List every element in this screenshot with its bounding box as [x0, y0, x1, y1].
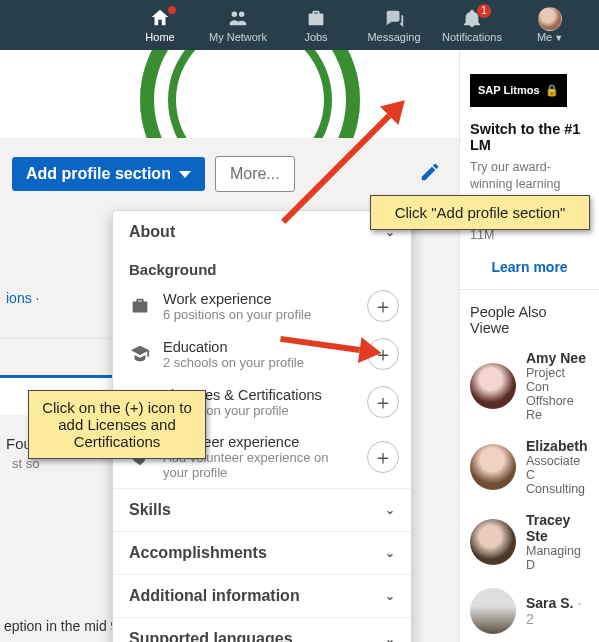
dd-additional[interactable]: Additional information ⌄	[113, 574, 411, 617]
add-profile-section-button[interactable]: Add profile section	[12, 157, 205, 191]
dd-about-label: About	[129, 223, 175, 241]
dd-skills-label: Skills	[129, 501, 171, 519]
chevron-down-icon: ⌄	[385, 546, 395, 560]
person-card[interactable]: Tracey Ste Managing D	[460, 504, 599, 580]
person-avatar	[470, 444, 516, 490]
person-name: Amy Nee	[526, 350, 589, 366]
profile-actions-row: Add profile section More...	[0, 138, 459, 202]
messaging-icon	[383, 7, 405, 31]
lock-icon: 🔒	[542, 84, 559, 96]
certified-seal-graphic: www.ema	[140, 50, 360, 138]
plus-icon: ＋	[373, 444, 393, 471]
dd-accomplishments-label: Accomplishments	[129, 544, 267, 562]
dd-accomplishments[interactable]: Accomplishments ⌄	[113, 531, 411, 574]
people-also-viewed-heading: People Also Viewe	[460, 290, 599, 342]
nav-me[interactable]: Me▼	[511, 0, 589, 50]
add-profile-section-label: Add profile section	[26, 165, 171, 183]
add-volunteer-button[interactable]: ＋	[367, 441, 399, 473]
nav-messaging[interactable]: Messaging	[355, 0, 433, 50]
person-name: Elizabeth	[526, 438, 589, 454]
add-licenses-button[interactable]: ＋	[367, 386, 399, 418]
dd-additional-label: Additional information	[129, 587, 300, 605]
person-avatar	[470, 519, 516, 565]
right-rail: SAP Litmos 🔒 Switch to the #1 LM Try our…	[459, 50, 599, 642]
education-icon	[129, 343, 151, 365]
dd-languages[interactable]: Supported languages ⌄	[113, 617, 411, 642]
person-subtitle: Associate C Consulting	[526, 454, 589, 496]
chevron-down-icon: ⌄	[385, 632, 395, 642]
person-subtitle: Project Con Offshore Re	[526, 366, 589, 422]
nav-notifications[interactable]: 1 Notifications	[433, 0, 511, 50]
dd-about[interactable]: About ⌄	[113, 211, 411, 253]
add-work-experience-button[interactable]: ＋	[367, 290, 399, 322]
nav-jobs[interactable]: Jobs	[277, 0, 355, 50]
cutoff-link[interactable]: ions ·	[0, 280, 112, 316]
notifications-badge: 1	[477, 4, 491, 18]
nav-network-label: My Network	[209, 31, 267, 43]
edit-profile-button[interactable]	[413, 157, 447, 191]
nav-network[interactable]: My Network	[199, 0, 277, 50]
promo-title: Switch to the #1 LM	[470, 121, 589, 153]
promo-learn-more-link[interactable]: Learn more	[470, 259, 589, 275]
more-button[interactable]: More...	[215, 156, 295, 192]
dd-item-work-experience: Work experience 6 positions on your prof…	[113, 282, 411, 330]
top-nav: Home My Network Jobs Messaging	[0, 0, 599, 50]
nav-home[interactable]: Home	[121, 0, 199, 50]
home-badge-dot	[168, 6, 176, 14]
pencil-icon	[419, 169, 441, 186]
dd-skills[interactable]: Skills ⌄	[113, 488, 411, 531]
person-subtitle: Managing D	[526, 544, 589, 572]
person-card[interactable]: Sara S. · 2	[460, 580, 599, 642]
nav-messaging-label: Messaging	[367, 31, 420, 43]
chevron-down-icon: ⌄	[385, 589, 395, 603]
dd-item-sub: 6 positions on your profile	[163, 307, 355, 322]
nav-home-label: Home	[145, 31, 174, 43]
dd-item-title: Work experience	[163, 291, 355, 307]
avatar	[538, 7, 562, 31]
chevron-down-icon: ⌄	[385, 503, 395, 517]
person-avatar	[470, 363, 516, 409]
promo-brand-logo: SAP Litmos 🔒	[470, 74, 567, 107]
promo-card: SAP Litmos 🔒 Switch to the #1 LM Try our…	[460, 50, 599, 290]
dd-languages-label: Supported languages	[129, 630, 293, 642]
person-name: Sara S. · 2	[526, 595, 589, 627]
chevron-down-icon: ▼	[554, 33, 563, 43]
nav-me-label: Me▼	[537, 31, 563, 43]
plus-icon: ＋	[373, 389, 393, 416]
person-name: Tracey Ste	[526, 512, 589, 544]
plus-icon: ＋	[373, 293, 393, 320]
annotation-callout-1: Click "Add profile section"	[370, 195, 590, 230]
dd-background-label: Background	[113, 253, 411, 282]
nav-notifications-label: Notifications	[442, 31, 502, 43]
chevron-down-icon	[179, 171, 191, 178]
jobs-icon	[305, 7, 327, 31]
person-avatar	[470, 588, 516, 634]
nav-jobs-label: Jobs	[304, 31, 327, 43]
annotation-callout-2: Click on the (+) icon to add Licenses an…	[28, 390, 206, 459]
person-card[interactable]: Elizabeth Associate C Consulting	[460, 430, 599, 504]
briefcase-icon	[129, 295, 151, 317]
more-button-label: More...	[230, 165, 280, 182]
network-icon	[227, 7, 249, 31]
person-card[interactable]: Amy Nee Project Con Offshore Re	[460, 342, 599, 430]
